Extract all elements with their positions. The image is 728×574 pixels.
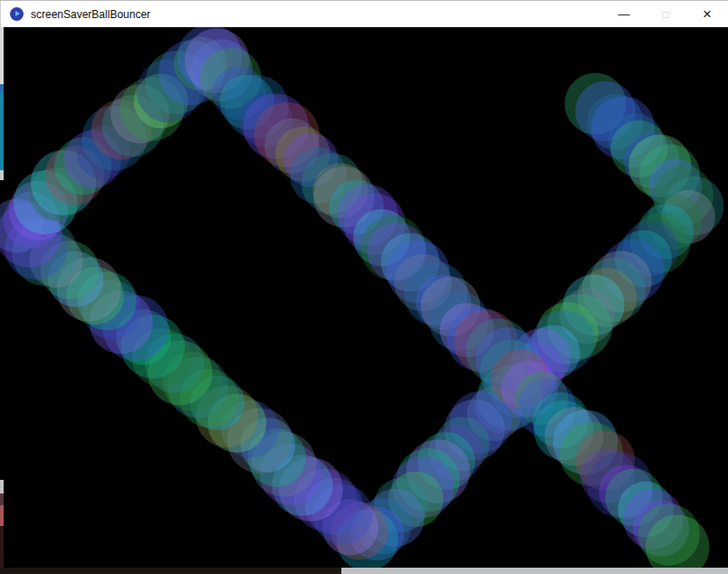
app-window: screenSaverBallBouncer — □ × (0, 0, 728, 574)
screensaver-canvas (0, 27, 728, 574)
peek-segment (0, 480, 4, 493)
peek-segment (0, 84, 4, 93)
window-top-border (0, 0, 728, 1)
peek-segment (341, 568, 728, 574)
peek-segment (0, 170, 4, 180)
minimize-button[interactable]: — (603, 1, 645, 27)
play-triangle-icon (15, 11, 20, 16)
peek-segment (0, 93, 4, 170)
peek-segment (0, 505, 4, 526)
peek-segment (0, 568, 341, 574)
close-button[interactable]: × (686, 1, 728, 27)
peek-segment (0, 27, 4, 84)
peek-segment (0, 493, 4, 505)
titlebar[interactable]: screenSaverBallBouncer — □ × (0, 1, 728, 27)
window-title: screenSaverBallBouncer (31, 8, 150, 21)
window-controls: — □ × (603, 1, 728, 27)
maximize-button[interactable]: □ (645, 1, 686, 27)
app-icon[interactable] (10, 7, 24, 21)
